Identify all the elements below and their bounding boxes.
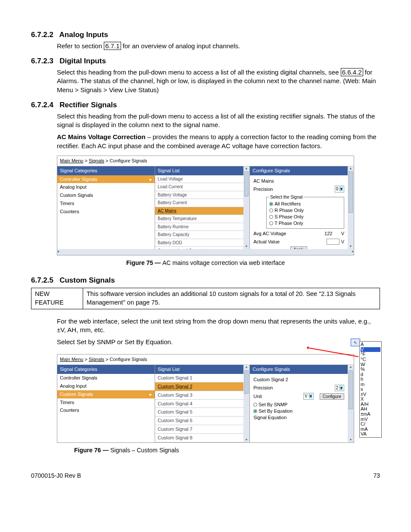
signal-list-item[interactable]: Battery DOD	[155, 239, 243, 247]
bc-signals[interactable]: Signals	[89, 357, 104, 362]
avg-ac-label: Avg AC Voltage	[253, 230, 323, 237]
radio-option[interactable]: T Phase Only	[269, 220, 341, 227]
unit-option[interactable]: C/	[361, 422, 380, 427]
panel-header-categories: Signal Categories	[57, 166, 155, 175]
signal-list-item[interactable]: Custom Signal 1	[155, 374, 243, 383]
breadcrumb-76: Main Menu > Signals > Configure Signals	[57, 355, 354, 365]
signal-list-item[interactable]: Battery Voltage	[155, 191, 243, 199]
bc-configure: Configure Signals	[110, 158, 147, 163]
panel-header-configure: Configure Signals	[250, 166, 348, 175]
radio-set-by-equation[interactable]: Set By Equation	[253, 408, 344, 414]
category-item[interactable]: Timers	[57, 398, 155, 407]
unit-option[interactable]: d	[361, 372, 380, 377]
footer-page-num: 73	[373, 472, 380, 480]
actual-value-label: Actual Value	[253, 239, 324, 245]
figure-76-screenshot: Main Menu > Signals > Configure Signals …	[57, 354, 354, 443]
signal-list-item[interactable]: Custom Signal 8	[155, 434, 243, 442]
apply-button[interactable]: Apply	[290, 246, 307, 249]
signal-list-item[interactable]: Custom Signal 2	[155, 383, 243, 391]
panel-header-categories: Signal Categories	[57, 365, 155, 374]
category-item[interactable]: Timers	[57, 199, 155, 208]
signal-list-item[interactable]: Custom Signal 4	[155, 400, 243, 408]
new-feature-text: This software version includes an additi…	[83, 288, 380, 309]
cfg-title: AC Mains	[253, 178, 344, 184]
scrollbar[interactable]: ▴▾	[348, 365, 354, 442]
ref-6642[interactable]: 6.6.4.2	[341, 68, 363, 76]
cfg-title: Custom Signal 2	[253, 376, 344, 383]
unit-select[interactable]: V ▾	[303, 393, 313, 400]
radio-option[interactable]: All Rectifiers	[269, 201, 341, 207]
bc-signals[interactable]: Signals	[89, 158, 104, 163]
precision-label: Precision	[253, 186, 333, 193]
signal-list-item[interactable]: Custom Signal 3	[155, 391, 243, 400]
breadcrumb-75: Main Menu > Signals > Configure Signals	[57, 156, 354, 166]
category-item[interactable]: Counters	[57, 208, 155, 216]
unit-option[interactable]: °C	[361, 357, 380, 362]
configure-button[interactable]: Configure	[320, 393, 344, 400]
scrollbar[interactable]: ▴▾	[243, 365, 249, 442]
bc-main-menu[interactable]: Main Menu	[60, 158, 83, 163]
heading-6722: 6.7.2.2 Analog Inputs	[31, 30, 380, 40]
para-6725b: Select Set by SNMP or Set By Equation.	[57, 338, 380, 346]
category-item[interactable]: Controller Signals	[57, 374, 155, 382]
signal-list-item[interactable]: Battery Capacity	[155, 231, 243, 239]
para-6724a: Select this heading from the pull-down m…	[57, 112, 380, 130]
figure-75-screenshot: Main Menu > Signals > Configure Signals …	[57, 156, 354, 255]
unit-label: Unit	[253, 393, 302, 400]
ref-671[interactable]: 6.7.1	[104, 42, 121, 50]
scrollbar[interactable]: ▴▾	[243, 166, 249, 249]
configure-panel-76: Custom Signal 2 Precision 2 ▾ Unit V ▾ C…	[250, 374, 348, 425]
precision-select[interactable]: 2 ▾	[335, 385, 344, 392]
category-item[interactable]: Analog Input	[57, 183, 155, 191]
category-item[interactable]: Custom Signals	[57, 191, 155, 199]
unit-option[interactable]: %	[361, 367, 380, 372]
configure-panel-75: AC Mains Precision 0 ▾ Select the Signal…	[250, 175, 348, 249]
bc-main-menu[interactable]: Main Menu	[60, 357, 83, 362]
select-signal-fieldset: Select the Signal All RectifiersR Phase …	[266, 194, 344, 229]
category-item[interactable]: Analog Input	[57, 382, 155, 390]
para-6722: Refer to section 6.7.1 for an overview o…	[57, 42, 380, 50]
cursor-icon: ↖	[351, 339, 360, 346]
signal-list-item[interactable]: Custom Signal 5	[155, 408, 243, 417]
category-item[interactable]: Counters	[57, 406, 155, 414]
signal-list-item[interactable]: Battery Runtime	[155, 223, 243, 231]
actual-value-input[interactable]	[327, 239, 339, 245]
signal-list-item[interactable]: Battery Current	[155, 199, 243, 207]
unit-option[interactable]: h	[361, 377, 380, 382]
avg-ac-unit: V	[341, 230, 344, 237]
panel-header-signal-list: Signal List	[155, 365, 243, 374]
unit-dropdown-list[interactable]: AV°F°CW%dhms±VXA/HAH±mAmVC/mAVA	[359, 341, 382, 437]
para-6725a: For the web interface, select the unit t…	[57, 317, 380, 335]
panel-header-configure: Configure Signals	[250, 365, 348, 374]
actual-value-unit: V	[341, 239, 344, 245]
unit-option[interactable]: m	[361, 382, 380, 387]
signal-list-item[interactable]: Load Current	[155, 183, 243, 191]
unit-option[interactable]: VA	[361, 432, 380, 437]
signal-list-item[interactable]: Converter Load Current	[155, 247, 243, 249]
para-6723: Select this heading from the pull-down m…	[57, 68, 380, 94]
radio-option[interactable]: S Phase Only	[269, 214, 341, 220]
signal-list-item[interactable]: AC Mains	[155, 207, 243, 215]
h-scrollbar[interactable]: ◂▸	[57, 249, 354, 255]
panel-header-signal-list: Signal List	[155, 166, 243, 175]
signal-equation-label: Signal Equation	[253, 414, 344, 421]
unit-option[interactable]: ±mA	[361, 412, 380, 417]
category-item[interactable]: Custom Signals▸	[57, 390, 155, 398]
figure-76-caption: Figure 76 — Signals – Custom Signals	[74, 446, 380, 454]
scrollbar[interactable]: ▴▾	[348, 166, 354, 249]
avg-ac-value: 122	[324, 230, 332, 237]
figure-75-caption: Figure 75 — AC mains voltage correction …	[31, 259, 380, 267]
radio-set-by-snmp[interactable]: Set By SNMP	[253, 401, 344, 408]
radio-option[interactable]: R Phase Only	[269, 207, 341, 214]
footer-doc-id: 0700015-J0 Rev B	[31, 472, 81, 480]
para-6724b: AC Mains Voltage Correction – provides t…	[57, 133, 380, 150]
new-feature-table: NEW FEATURE This software version includ…	[31, 288, 380, 309]
category-item[interactable]: Controller Signals▸	[57, 175, 155, 184]
signal-list-item[interactable]: Custom Signal 6	[155, 417, 243, 425]
heading-6724: 6.7.2.4 Rectifier Signals	[31, 100, 380, 110]
signal-list-item[interactable]: Load Voltage	[155, 175, 243, 184]
signal-list-item[interactable]: Battery Temperature	[155, 215, 243, 223]
precision-select[interactable]: 0 ▾	[335, 186, 344, 193]
heading-6725: 6.7.2.5 Custom Signals	[31, 276, 380, 286]
signal-list-item[interactable]: Custom Signal 7	[155, 425, 243, 434]
